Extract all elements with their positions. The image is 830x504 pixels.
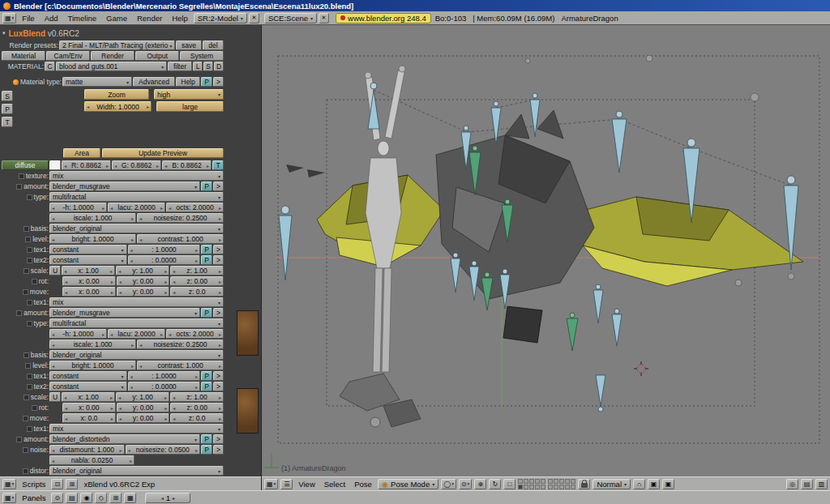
expand-button[interactable]: > [213,255,224,265]
param-number-field[interactable]: ◂: 1.0000▸ [128,371,201,381]
param-number-field[interactable]: ◂distamount: 1.000▸ [49,445,125,455]
row-expand-icon[interactable] [32,405,37,411]
menu-timeline[interactable]: Timeline [64,13,101,23]
param-menu[interactable]: mix▾ [49,297,224,307]
preview-zoom-button[interactable]: Zoom [84,89,149,100]
particle-mode-icon[interactable]: ▤ [801,479,813,489]
expand-button[interactable]: > [213,308,224,318]
toggle-button[interactable]: U [49,392,61,402]
cursor-3d[interactable] [634,361,648,376]
decrement-arrow[interactable]: ◂ [62,163,68,169]
layer-buttons-left[interactable] [518,479,545,489]
increment-arrow[interactable]: ▸ [163,395,169,400]
param-menu[interactable]: multifractal▾ [49,192,224,202]
param-number-field[interactable]: ◂noisesize: 0.0500▸ [126,445,201,455]
row-expand-icon[interactable] [16,310,22,316]
increment-arrow[interactable]: ▸ [194,384,199,390]
increment-arrow[interactable]: ▸ [130,363,135,369]
plugin-button[interactable]: P [201,445,212,455]
decrement-arrow[interactable]: ◂ [167,205,173,211]
render-anim-icon[interactable]: ▣ [662,479,674,489]
tab-output[interactable]: Output [135,51,179,61]
param-number-field[interactable]: ◂bright: 1.0000▸ [49,361,136,370]
preset-save-button[interactable]: save [176,41,202,50]
scene-selector[interactable]: SCE:Scene▾ [264,13,317,23]
diffuse-label[interactable]: diffuse [2,160,49,170]
preset-delete-button[interactable]: del [203,41,224,50]
decrement-arrow[interactable]: ◂ [129,374,135,379]
tab-material[interactable]: Material [2,51,45,61]
decrement-arrow[interactable]: ◂ [138,342,143,348]
header-menu-toggle[interactable]: ☰ [280,479,293,489]
decrement-arrow[interactable]: ◂ [129,258,135,263]
preview-t-button[interactable]: T [2,117,13,127]
manipulator-rotate-icon[interactable]: ↻ [489,479,501,489]
increment-arrow[interactable]: ▸ [109,289,115,295]
increment-arrow[interactable]: ▸ [217,342,223,348]
row-expand-icon[interactable] [16,437,22,442]
increment-arrow[interactable]: ▸ [101,331,106,337]
decrement-arrow[interactable]: ◂ [171,395,177,400]
row-expand-icon[interactable] [24,268,29,274]
increment-arrow[interactable]: ▸ [155,163,160,169]
row-expand-icon[interactable] [27,194,32,200]
decrement-arrow[interactable]: ◂ [129,247,135,253]
increment-arrow[interactable]: ▸ [159,205,165,211]
row-expand-icon[interactable] [27,247,32,253]
row-expand-icon[interactable] [24,395,29,400]
decrement-arrow[interactable]: ◂ [50,458,56,463]
decrement-arrow[interactable]: ◂ [85,104,91,109]
decrement-arrow[interactable]: ◂ [171,416,177,421]
decrement-arrow[interactable]: ◂ [50,331,56,337]
plugin-button[interactable]: P [201,255,212,265]
preview-quality-menu[interactable]: high▾ [154,89,224,100]
window-type-button[interactable]: ▦▾ [2,479,16,489]
tab-camenv[interactable]: Cam/Env [46,51,90,61]
help-button[interactable]: Help [176,77,200,87]
decrement-arrow[interactable]: ◂ [50,237,56,242]
script-new-button[interactable]: ⊞ [66,479,78,489]
param-number-field[interactable]: ◂lacu: 2.0000▸ [108,329,165,339]
decrement-arrow[interactable]: ◂ [129,384,135,390]
titlebar[interactable]: Blender [c:\Documentos\Blender\Mercenari… [0,0,830,11]
param-number-field[interactable]: ◂z: 1.00▸ [170,266,224,275]
increment-arrow[interactable]: ▸ [163,416,169,421]
layer-buttons-right[interactable] [548,479,575,489]
decrement-arrow[interactable]: ◂ [138,237,143,242]
screen-close-button[interactable]: ✕ [249,13,259,23]
param-number-field[interactable]: ◂contrast: 1.000▸ [137,234,224,244]
decrement-arrow[interactable]: ◂ [117,395,122,400]
advanced-button[interactable]: Advanced [133,77,175,87]
param-number-field[interactable]: ◂y: 0.00▸ [117,413,170,423]
select-menu[interactable]: Select [321,480,349,489]
increment-arrow[interactable]: ▸ [194,374,199,379]
presets-menu[interactable]: 2 Final - MLT/Path Tracing (exterio▾ [59,41,175,50]
param-number-field[interactable]: ◂bright: 1.0000▸ [49,234,136,244]
draw-type-selector[interactable]: ◯▾ [441,479,456,489]
param-menu[interactable]: blender_original▾ [49,224,224,233]
preview-width-field[interactable]: ◂Width: 1.0000▸ [84,101,152,112]
param-number-field[interactable]: ◂noisesize: 0.2500▸ [137,340,224,349]
decrement-arrow[interactable]: ◂ [117,268,122,274]
param-number-field[interactable]: ◂iscale: 1.000▸ [49,340,136,349]
param-number-field[interactable]: ◂x: 0.0▸ [62,413,116,423]
param-number-field[interactable]: ◂octs: 2.0000▸ [166,329,224,339]
increment-arrow[interactable]: ▸ [109,416,115,421]
increment-arrow[interactable]: ▸ [217,216,223,221]
plugin-button[interactable]: P [201,308,212,318]
decrement-arrow[interactable]: ◂ [171,268,177,274]
param-number-field[interactable]: ◂: 1.0000▸ [128,245,201,254]
foot-bones[interactable] [340,374,421,427]
luxblend-header[interactable]: ▾ LuxBlend v0.6RC2 [2,28,224,39]
material-s-button[interactable]: S [203,62,213,71]
tab-render[interactable]: Render [91,51,135,61]
param-number-field[interactable]: ◂x: 0.00▸ [62,276,116,286]
material-l-button[interactable]: L [193,62,203,71]
orientation-selector[interactable]: Normal▾ [593,479,631,489]
param-menu[interactable]: blender_distortedn▾ [49,434,200,444]
increment-arrow[interactable]: ▸ [130,237,135,242]
decrement-arrow[interactable]: ◂ [161,495,164,501]
editing-context-icon[interactable]: ⊞ [109,493,122,503]
decrement-arrow[interactable]: ◂ [167,331,173,337]
preview-s-button[interactable]: S [2,91,13,101]
